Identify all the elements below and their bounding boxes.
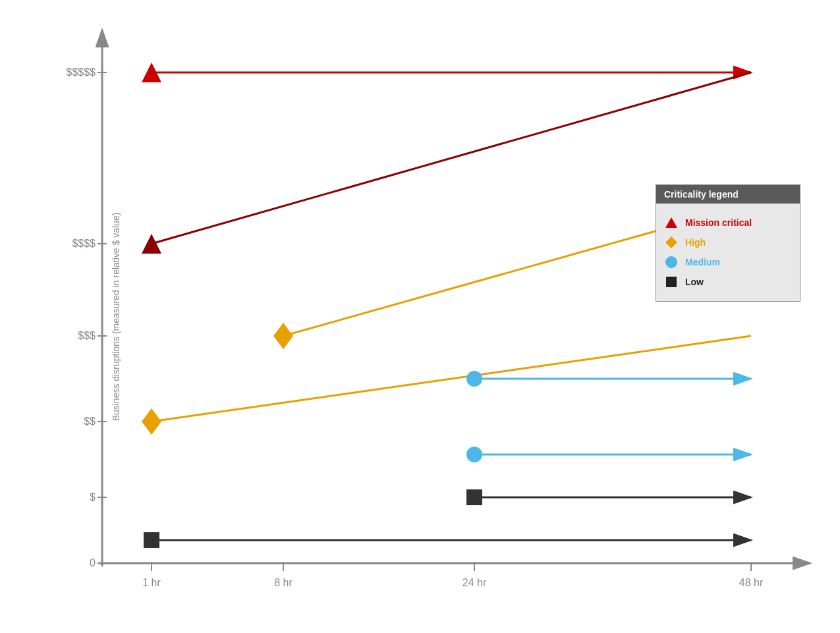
mission-critical-bottom-start-marker	[142, 234, 161, 254]
legend-icon-medium	[664, 255, 679, 269]
x-label-48hr: 48 hr	[739, 577, 764, 588]
legend-label-medium: Medium	[685, 257, 720, 267]
legend-item-low: Low	[664, 275, 792, 289]
svg-marker-6	[665, 236, 677, 248]
legend-label-high: High	[685, 237, 706, 248]
legend-label-mission-critical: Mission critical	[685, 217, 752, 228]
high-top-start-marker	[273, 323, 293, 349]
low-bottom-start-marker	[144, 532, 159, 548]
y-label-5: $$$$$	[67, 67, 96, 78]
y-label-1: $	[90, 491, 96, 503]
legend-item-medium: Medium	[664, 255, 792, 269]
legend-icon-high	[664, 235, 679, 250]
y-label-4: $$$$	[72, 238, 96, 249]
legend-box: Criticality legend Mission critical High	[656, 184, 800, 302]
main-chart: 0 $ $$ $$$ $$$$ $$$$$ 1 hr 8 hr 24 hr 48…	[0, 0, 840, 633]
low-top-start-marker	[466, 489, 482, 505]
svg-point-7	[665, 256, 677, 268]
chart-container: Business disruptions (measured in relati…	[0, 0, 840, 633]
legend-body: Mission critical High Medium	[656, 204, 800, 301]
x-label-24hr: 24 hr	[462, 577, 487, 588]
legend-item-high: High	[664, 235, 792, 250]
high-bottom-start-marker	[142, 408, 161, 435]
legend-icon-low	[664, 275, 679, 289]
medium-bottom-start-marker	[466, 447, 482, 462]
svg-rect-8	[666, 277, 677, 287]
x-label-1hr: 1 hr	[142, 577, 161, 588]
legend-label-low: Low	[685, 277, 704, 287]
svg-marker-5	[665, 217, 677, 228]
y-label-2: $$	[84, 416, 96, 427]
y-label-3: $$$	[78, 330, 96, 341]
legend-item-mission-critical: Mission critical	[664, 215, 792, 230]
x-label-8hr: 8 hr	[274, 577, 293, 588]
medium-top-start-marker	[466, 371, 482, 387]
y-label-0: 0	[90, 557, 96, 568]
legend-icon-mission-critical	[664, 215, 679, 230]
legend-title: Criticality legend	[656, 185, 800, 204]
